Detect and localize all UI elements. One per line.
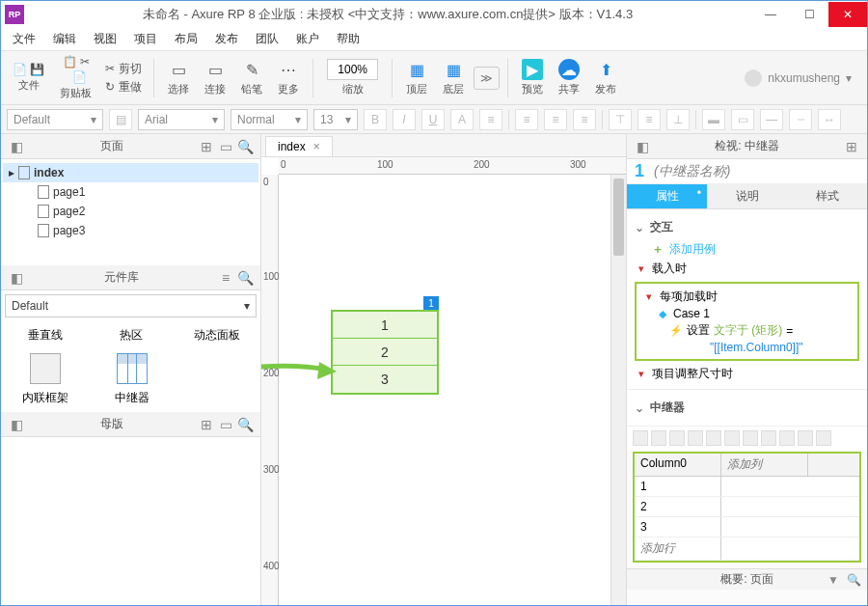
add-column[interactable]: 添加列 [721,454,808,476]
search-icon[interactable]: 🔍 [235,270,255,286]
menu-edit[interactable]: 编辑 [45,29,84,49]
tree-item-index[interactable]: ▸index [3,163,258,182]
panel-collapse-icon[interactable]: ◧ [633,139,652,154]
tool-more[interactable]: ⋯更多 [272,59,305,96]
widget-repeater[interactable]: 中继器 [103,353,161,406]
filter-icon[interactable]: ▼ [827,573,839,587]
add-master-icon[interactable]: ⊞ [197,417,216,432]
line-style-button[interactable]: ┈ [789,109,812,130]
section-interactions[interactable]: ⌄交互 [635,215,859,239]
align-center-button[interactable]: ≡ [544,109,567,130]
close-tab-icon[interactable]: × [313,140,320,153]
tool-connect[interactable]: ▭连接 [199,59,231,96]
tool-pen[interactable]: ✎铅笔 [235,59,268,96]
tool-cut[interactable]: ✂ 剪切 [105,61,142,77]
canvas-scrollbar[interactable] [610,175,626,605]
tool-top[interactable]: ▦顶层 [400,59,433,96]
data-tool[interactable] [651,430,666,446]
data-cell[interactable]: 1 [635,477,721,496]
font-select[interactable]: Arial▾ [138,109,225,130]
panel-collapse-icon[interactable]: ◧ [7,417,26,432]
tool-select[interactable]: ▭选择 [162,59,195,96]
lib-menu-icon[interactable]: ≡ [216,270,235,286]
section-repeater[interactable]: ⌄中继器 [635,396,859,420]
add-page-icon[interactable]: ⊞ [197,139,216,154]
column-header[interactable]: Column0 [635,454,721,476]
italic-button[interactable]: I [393,109,416,130]
line-color-button[interactable]: ▭ [731,109,754,130]
search-icon[interactable]: 🔍 [235,139,255,154]
data-tool[interactable] [706,430,721,446]
bold-button[interactable]: B [364,109,387,130]
widget-iframe[interactable]: 内联框架 [16,353,74,406]
add-folder-icon[interactable]: ▭ [216,139,235,154]
menu-view[interactable]: 视图 [86,29,124,49]
data-tool[interactable] [761,430,776,446]
tool-zoom[interactable]: 100% 缩放 [321,59,384,96]
add-folder-icon[interactable]: ▭ [216,417,235,432]
menu-file[interactable]: 文件 [5,29,43,49]
tab-properties[interactable]: 属性 [627,184,707,209]
inspector-menu-icon[interactable]: ⊞ [842,139,861,154]
style-select[interactable]: Default▾ [7,109,103,130]
tool-redo[interactable]: ↻ 重做 [105,79,142,96]
menu-publish[interactable]: 发布 [207,29,246,49]
repeater-row[interactable]: 1 [333,312,437,339]
font-color-button[interactable]: A [450,109,474,130]
menu-team[interactable]: 团队 [248,29,286,49]
widget-name-input[interactable]: (中继器名称) [654,163,730,180]
tree-item-page1[interactable]: page1 [3,182,258,202]
tool-clipboard[interactable]: 📋 ✂ 📄 剪贴板 [54,55,97,100]
size-select[interactable]: 13▾ [313,109,358,130]
case-1[interactable]: ◆Case 1 [642,306,852,321]
search-icon[interactable]: 🔍 [235,417,255,432]
outline-footer[interactable]: 概要: 页面 ▼🔍 [627,568,867,590]
menu-account[interactable]: 账户 [288,29,327,49]
line-width-button[interactable]: — [760,109,783,130]
widget-dynamic-panel[interactable]: 动态面板 [188,327,245,344]
data-tool[interactable] [798,430,813,446]
data-cell[interactable]: 2 [635,497,721,516]
event-itemload[interactable]: ▾每项加载时 [642,288,852,306]
weight-select[interactable]: Normal▾ [231,109,308,130]
search-icon[interactable]: 🔍 [847,573,861,587]
data-tool[interactable] [724,430,740,446]
tool-publish[interactable]: ⬆发布 [589,59,622,96]
maximize-button[interactable]: ☐ [790,2,828,27]
repeater-widget[interactable]: 1 1 2 3 [331,310,439,395]
repeater-row[interactable]: 3 [333,366,437,393]
data-tool[interactable] [669,430,685,446]
widget-hotspot[interactable]: 热区 [102,327,159,344]
tree-item-page2[interactable]: page2 [3,202,258,221]
bullets-button[interactable]: ≡ [479,109,502,130]
data-cell[interactable]: 3 [635,517,721,537]
data-tool[interactable] [779,430,795,446]
event-resize[interactable]: ▾项目调整尺寸时 [635,365,859,383]
valign-mid-button[interactable]: ≡ [637,109,661,130]
underline-button[interactable]: U [421,109,445,130]
align-left-button[interactable]: ≡ [515,109,538,130]
fill-button[interactable]: ▬ [702,109,725,130]
tab-notes[interactable]: 说明 [707,184,787,209]
menu-project[interactable]: 项目 [126,29,165,49]
tool-bottom[interactable]: ▦底层 [437,59,470,96]
tab-style[interactable]: 样式 [787,184,867,209]
data-tool[interactable] [816,430,831,446]
repeater-dataset[interactable]: Column0 添加列 1 2 3 添加行 [633,452,861,563]
arrow-button[interactable]: ↔ [818,109,841,130]
align-right-button[interactable]: ≡ [573,109,596,130]
valign-top-button[interactable]: ⊤ [609,109,632,130]
canvas-page[interactable]: 1 1 2 3 [279,175,626,605]
event-onload[interactable]: ▾载入时 [635,260,859,278]
tool-file[interactable]: 📄 💾 文件 [7,63,50,93]
widget-vline[interactable]: 垂直线 [16,327,73,344]
tree-item-page3[interactable]: page3 [3,221,258,240]
repeater-row[interactable]: 2 [333,339,437,366]
data-tool[interactable] [633,430,648,446]
minimize-button[interactable]: — [751,2,790,27]
add-case-link[interactable]: ＋添加用例 [635,239,859,260]
library-select[interactable]: Default▾ [5,294,257,317]
panel-collapse-icon[interactable]: ◧ [7,139,26,154]
close-button[interactable]: ✕ [828,2,867,27]
menu-help[interactable]: 帮助 [329,29,367,49]
